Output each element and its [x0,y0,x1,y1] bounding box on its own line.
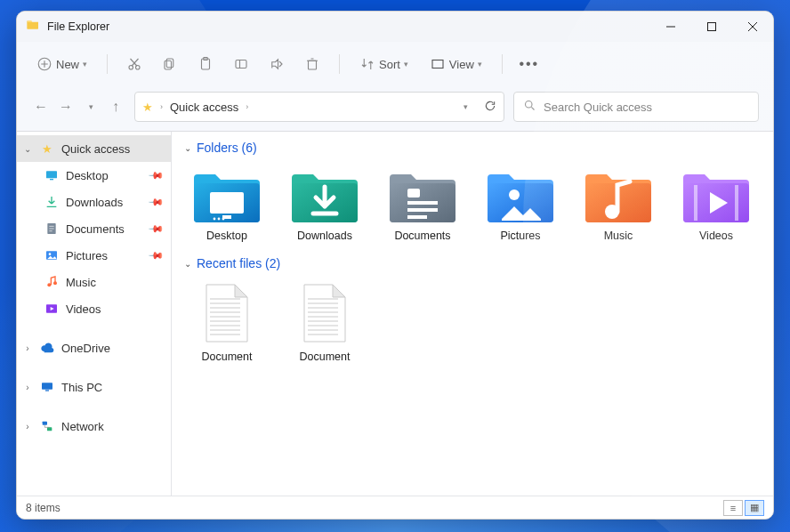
sidebar-item-onedrive[interactable]: › OneDrive [17,335,171,361]
new-button[interactable]: New ▾ [31,52,93,76]
breadcrumb-quick-access[interactable]: Quick access [170,101,238,114]
desktop-icon [44,167,60,183]
svg-point-30 [49,253,52,255]
chevron-right-icon: › [22,383,33,392]
address-bar[interactable]: ★ › Quick access › ▾ [134,92,504,122]
sidebar-item-pictures[interactable]: Pictures 📌 [17,242,171,269]
address-dropdown-button[interactable]: ▾ [464,102,468,111]
sidebar-item-network[interactable]: › Network [17,413,171,439]
folder-tile-documents[interactable]: Documents [376,162,469,246]
star-icon: ★ [142,101,153,114]
svg-rect-12 [165,60,172,69]
delete-button[interactable] [300,52,325,77]
svg-rect-43 [407,189,420,197]
folder-tile-music[interactable]: Music [572,162,665,246]
video-icon [44,301,60,317]
paste-button[interactable] [193,52,218,77]
folder-label: Videos [699,230,733,242]
svg-point-42 [222,218,225,221]
view-icons-button[interactable]: ▦ [745,500,764,516]
folder-label: Documents [394,230,450,242]
svg-rect-24 [50,179,53,180]
quick-access-children: Desktop 📌 Downloads 📌 Documents 📌 Pictur… [17,162,171,322]
document-icon [44,221,60,237]
folder-label: Pictures [500,230,540,242]
pin-icon: 📌 [147,193,164,210]
more-button[interactable]: ••• [517,52,542,77]
svg-rect-15 [236,60,246,69]
view-button[interactable]: View ▾ [424,52,488,76]
chevron-right-icon: › [160,102,163,111]
search-input[interactable] [544,101,749,114]
minimize-button[interactable] [650,12,691,42]
pin-icon: 📌 [147,220,164,237]
up-button[interactable]: ↑ [106,95,125,118]
title-bar: File Explorer [17,12,773,42]
folder-tile-videos[interactable]: Videos [670,162,762,246]
recent-section-header[interactable]: ⌄ Recent files (2) [181,253,764,278]
svg-rect-17 [309,60,317,69]
nav-sidebar: ⌄ ★ Quick access Desktop 📌 Downloads 📌 D [17,132,172,496]
music-icon [44,274,60,290]
svg-rect-38 [210,192,244,214]
sidebar-item-this-pc[interactable]: › This PC [17,374,171,400]
svg-point-40 [214,218,216,221]
pin-icon: 📌 [147,246,164,263]
view-details-button[interactable]: ≡ [723,500,743,516]
svg-rect-50 [735,185,738,221]
recent-dropdown[interactable]: ▾ [81,95,101,118]
sidebar-item-documents[interactable]: Documents 📌 [17,215,171,242]
svg-rect-36 [43,422,47,425]
cloud-icon [39,340,55,356]
folders-section-header[interactable]: ⌄ Folders (6) [181,137,764,162]
content-pane: ⌄ Folders (6) Desktop Downloads Document… [172,132,773,496]
chevron-down-icon: ▾ [404,60,408,69]
app-icon [26,18,40,35]
svg-point-32 [53,281,57,285]
network-icon [39,418,55,434]
copy-button[interactable] [157,52,182,77]
star-icon: ★ [39,141,55,157]
pin-icon: 📌 [147,166,164,183]
chevron-down-icon: ⌄ [184,143,191,153]
sidebar-item-quick-access[interactable]: ⌄ ★ Quick access [17,135,171,162]
folders-grid: Desktop Downloads Documents Pictures Mus… [181,162,764,253]
svg-point-41 [218,218,221,221]
svg-rect-37 [47,427,52,431]
close-button[interactable] [732,12,773,42]
svg-rect-11 [166,59,173,68]
picture-icon [44,247,60,263]
svg-line-22 [531,107,534,109]
sidebar-item-videos[interactable]: Videos [17,295,171,322]
rename-button[interactable] [229,52,254,77]
search-box[interactable] [513,92,759,122]
share-button[interactable] [264,52,289,77]
folder-label: Downloads [297,230,352,242]
chevron-down-icon: ⌄ [22,144,33,154]
folder-tile-desktop[interactable]: Desktop [181,162,273,246]
maximize-button[interactable] [691,12,732,42]
chevron-down-icon: ⌄ [184,259,191,269]
cut-button[interactable] [122,52,147,77]
svg-point-48 [605,205,619,219]
download-icon [44,194,60,210]
chevron-down-icon: ▾ [83,60,87,69]
folder-tile-downloads[interactable]: Downloads [278,162,371,246]
sort-button[interactable]: Sort ▾ [354,52,414,76]
sidebar-item-desktop[interactable]: Desktop 📌 [17,162,171,189]
svg-rect-35 [45,390,49,391]
recent-file-tile[interactable]: Document [278,278,371,367]
sidebar-item-music[interactable]: Music [17,269,171,295]
svg-rect-45 [407,208,438,212]
folder-label: Desktop [206,230,247,242]
svg-rect-49 [694,185,697,221]
sidebar-item-downloads[interactable]: Downloads 📌 [17,189,171,215]
folder-tile-pictures[interactable]: Pictures [474,162,567,246]
refresh-button[interactable] [484,100,496,115]
svg-line-2 [748,22,757,31]
back-button[interactable]: ← [31,95,51,118]
forward-button[interactable]: → [56,95,76,118]
svg-point-47 [509,189,520,200]
status-bar: 8 items ≡ ▦ [17,496,773,519]
recent-file-tile[interactable]: Document [181,278,273,367]
